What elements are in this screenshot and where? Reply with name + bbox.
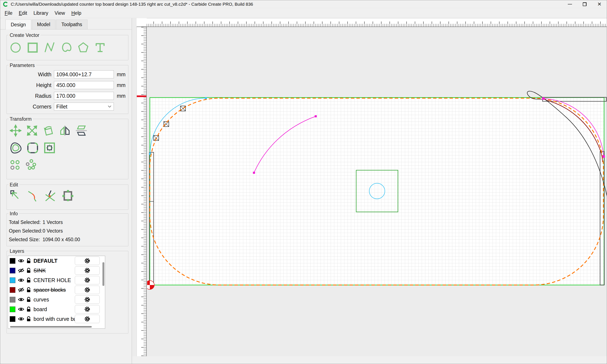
- layer-settings-button[interactable]: [75, 315, 100, 323]
- rotate-tool-icon[interactable]: [43, 124, 54, 137]
- mirror-tool-icon[interactable]: [59, 124, 71, 137]
- layer-visibility-eye-icon[interactable]: [18, 316, 24, 322]
- magenta-node[interactable]: [542, 97, 545, 100]
- join-vectors-tool-icon[interactable]: [62, 189, 74, 202]
- layer-lock-icon[interactable]: [26, 307, 31, 312]
- layer-visibility-eye-icon[interactable]: [18, 287, 24, 293]
- tab-toolpaths[interactable]: Toolpaths: [56, 20, 87, 29]
- menu-view[interactable]: View: [52, 9, 68, 17]
- rectangle-tool-icon[interactable]: [26, 41, 39, 54]
- layer-row[interactable]: SINK: [8, 266, 105, 275]
- linear-array-tool-icon[interactable]: [10, 159, 21, 170]
- polygon-tool-icon[interactable]: [77, 41, 89, 54]
- height-label: Height: [7, 82, 52, 88]
- scale-tool-icon[interactable]: [26, 124, 38, 137]
- edit-title: Edit: [8, 182, 19, 188]
- cyan-node[interactable]: [205, 97, 207, 99]
- height-field[interactable]: [54, 81, 114, 89]
- layer-settings-button[interactable]: [75, 286, 100, 294]
- close-button[interactable]: ✕: [592, 0, 607, 8]
- layer-color-swatch[interactable]: [10, 268, 15, 273]
- inner-offset-tool-icon[interactable]: [43, 141, 56, 155]
- layer-settings-button[interactable]: [75, 295, 100, 304]
- menu-library[interactable]: Library: [30, 9, 52, 17]
- layer-settings-button[interactable]: [75, 266, 100, 275]
- layer-row[interactable]: board: [8, 304, 105, 314]
- layer-row[interactable]: bord with curve built in: [8, 314, 105, 324]
- flip-tool-icon[interactable]: [76, 124, 87, 137]
- layer-color-swatch[interactable]: [10, 277, 15, 283]
- layer-row[interactable]: spacer blocks: [8, 285, 105, 295]
- main-tabs: Design Model Toolpaths: [0, 19, 132, 29]
- text-tool-icon[interactable]: [94, 41, 106, 54]
- menu-bar: File Edit Library View Help: [0, 8, 607, 18]
- layer-visibility-eye-icon[interactable]: [18, 307, 24, 312]
- radius-row: Radius mm: [7, 92, 128, 100]
- magenta-node[interactable]: [602, 155, 605, 158]
- curve-edit-tool-icon[interactable]: [27, 189, 40, 202]
- layer-color-swatch[interactable]: [10, 297, 15, 302]
- title-bar: C:/Users/willa/Downloads/updated counter…: [0, 0, 607, 8]
- layer-color-swatch[interactable]: [10, 258, 15, 264]
- tab-model[interactable]: Model: [32, 20, 56, 29]
- info-title: Info: [8, 211, 19, 217]
- polyline-tool-icon[interactable]: [43, 41, 56, 54]
- layer-visibility-eye-icon[interactable]: [18, 268, 24, 273]
- trim-vectors-tool-icon[interactable]: [44, 189, 57, 202]
- offset-tool-icon[interactable]: [10, 141, 22, 155]
- canvas-area[interactable]: [132, 18, 607, 364]
- restore-button[interactable]: [577, 0, 592, 8]
- design-sidebar: Design Model Toolpaths Create Vector: [0, 18, 132, 364]
- layer-settings-button[interactable]: [75, 276, 100, 284]
- tab-design[interactable]: Design: [5, 19, 31, 29]
- ruler-corner: [137, 18, 147, 26]
- layer-lock-icon[interactable]: [26, 268, 31, 273]
- magenta-node[interactable]: [253, 172, 255, 174]
- menu-file[interactable]: File: [1, 9, 16, 17]
- move-tool-icon[interactable]: [10, 124, 22, 137]
- parameters-group: Parameters Width mm Height mm Radius mm …: [7, 65, 128, 114]
- layer-color-swatch[interactable]: [10, 316, 15, 322]
- restore-icon: [583, 2, 587, 6]
- node-edit-tool-icon[interactable]: [10, 189, 22, 202]
- layer-color-swatch[interactable]: [10, 307, 15, 312]
- layer-visibility-eye-icon[interactable]: [18, 297, 24, 302]
- circle-tool-icon[interactable]: [10, 41, 22, 54]
- edit-group: Edit: [7, 184, 128, 210]
- curve-tool-icon[interactable]: [60, 41, 73, 54]
- layer-row[interactable]: DEFAULT: [8, 256, 105, 266]
- corners-value: Fillet: [56, 104, 67, 110]
- info-group: Info Total Selected:1 Vectors Open Selec…: [7, 213, 128, 246]
- layers-horizontal-scrollbar[interactable]: [10, 326, 92, 327]
- layer-lock-icon[interactable]: [26, 258, 31, 263]
- magenta-node[interactable]: [315, 115, 317, 117]
- radius-field[interactable]: [54, 92, 114, 100]
- gear-icon: [84, 287, 91, 293]
- layer-name: spacer blocks: [34, 287, 66, 293]
- layer-row[interactable]: CENTER HOLE: [8, 275, 105, 285]
- corners-dropdown[interactable]: Fillet: [54, 103, 114, 111]
- layers-vertical-scrollbar[interactable]: [102, 262, 104, 286]
- width-field[interactable]: [54, 70, 114, 78]
- minimize-button[interactable]: [563, 0, 577, 8]
- create-vector-title: Create Vector: [8, 32, 41, 38]
- layer-settings-button[interactable]: [75, 257, 100, 265]
- transform-group: Transform: [7, 119, 128, 179]
- layer-settings-button[interactable]: [75, 305, 100, 313]
- layer-lock-icon[interactable]: [26, 287, 31, 293]
- menu-help[interactable]: Help: [68, 9, 84, 17]
- layer-lock-icon[interactable]: [26, 297, 31, 302]
- layer-lock-icon[interactable]: [26, 316, 31, 322]
- minimize-icon: [568, 4, 572, 4]
- height-row: Height mm: [7, 81, 128, 89]
- menu-edit[interactable]: Edit: [16, 9, 30, 17]
- layer-color-swatch[interactable]: [10, 287, 15, 293]
- layer-visibility-eye-icon[interactable]: [18, 258, 24, 263]
- fillet-corners-tool-icon[interactable]: [26, 141, 39, 155]
- layer-visibility-eye-icon[interactable]: [18, 277, 24, 283]
- circular-array-tool-icon[interactable]: [25, 159, 36, 170]
- origin-marker[interactable]: [147, 281, 154, 289]
- layer-row[interactable]: curves: [8, 295, 105, 304]
- layer-lock-icon[interactable]: [26, 277, 31, 283]
- design-canvas[interactable]: [147, 27, 607, 356]
